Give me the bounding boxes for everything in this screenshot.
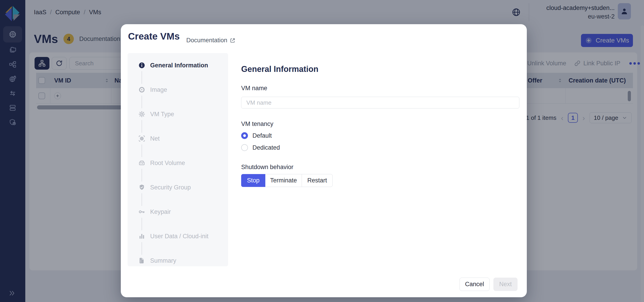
- step-label: Net: [150, 135, 160, 142]
- shutdown-restart-button[interactable]: Restart: [302, 174, 332, 187]
- disc-icon: [138, 86, 146, 93]
- step-image[interactable]: Image: [128, 78, 228, 102]
- radio-selected-icon: [241, 132, 248, 139]
- step-user-data[interactable]: User Data / Cloud-init: [128, 224, 228, 248]
- tenancy-dedicated-radio[interactable]: Dedicated: [241, 144, 280, 151]
- step-vm-type[interactable]: VM Type: [128, 102, 228, 126]
- shutdown-behavior-segmented-control: Stop Terminate Restart: [241, 174, 332, 187]
- create-vms-modal: Create VMs Documentation General Informa…: [121, 24, 527, 297]
- step-summary[interactable]: Summary: [128, 248, 228, 273]
- cancel-button[interactable]: Cancel: [460, 277, 490, 291]
- vm-tenancy-label: VM tenancy: [241, 121, 274, 128]
- info-icon: [138, 62, 146, 69]
- vm-name-input[interactable]: [241, 97, 519, 109]
- modal-title: Create VMs: [128, 31, 180, 42]
- external-link-icon: [230, 38, 236, 43]
- step-label: Image: [150, 86, 167, 93]
- key-icon: [138, 208, 146, 215]
- app-screen: IaaS / Compute / VMs cloud-academy+stude…: [0, 0, 644, 302]
- shutdown-behavior-label: Shutdown behavior: [241, 164, 293, 171]
- step-label: User Data / Cloud-init: [150, 233, 208, 240]
- tenancy-default-radio[interactable]: Default: [241, 132, 272, 139]
- drive-icon: [138, 159, 146, 167]
- gear-icon: [138, 111, 146, 118]
- tenancy-default-label: Default: [252, 132, 272, 139]
- document-icon: [138, 257, 146, 264]
- step-net[interactable]: Net: [128, 126, 228, 151]
- step-general-information[interactable]: General Information: [128, 53, 228, 78]
- shield-check-icon: [138, 184, 146, 191]
- shutdown-terminate-button[interactable]: Terminate: [265, 174, 302, 187]
- step-label: Keypair: [150, 208, 171, 215]
- step-security-group[interactable]: Security Group: [128, 175, 228, 200]
- bar-chart-icon: [138, 233, 146, 240]
- next-button[interactable]: Next: [494, 277, 518, 291]
- documentation-label: Documentation: [186, 37, 228, 44]
- tenancy-dedicated-label: Dedicated: [252, 144, 280, 151]
- step-root-volume[interactable]: Root Volume: [128, 151, 228, 175]
- step-label: Security Group: [150, 184, 191, 191]
- step-label: Summary: [150, 257, 176, 264]
- modal-documentation-link[interactable]: Documentation: [186, 37, 236, 44]
- shutdown-stop-button[interactable]: Stop: [241, 174, 265, 187]
- wizard-stepper: General Information Image VM Type: [128, 53, 228, 266]
- step-keypair[interactable]: Keypair: [128, 200, 228, 224]
- section-heading: General Information: [241, 64, 318, 74]
- globe-frame-icon: [138, 135, 146, 142]
- vm-name-label: VM name: [241, 85, 267, 92]
- step-label: General Information: [150, 62, 208, 69]
- step-label: Root Volume: [150, 160, 185, 167]
- radio-unselected-icon: [241, 144, 248, 151]
- step-label: VM Type: [150, 111, 174, 118]
